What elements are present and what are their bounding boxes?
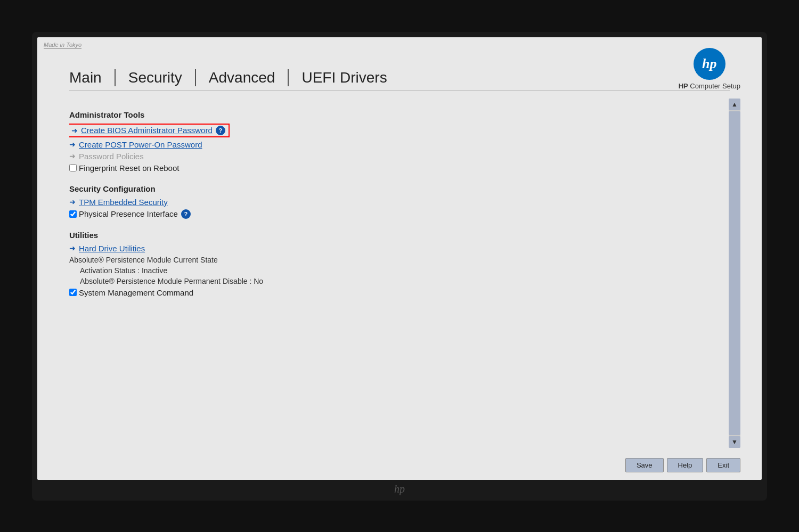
- tab-advanced[interactable]: Advanced: [196, 69, 289, 86]
- help-icon-physical[interactable]: ?: [181, 209, 191, 219]
- help-button[interactable]: Help: [667, 458, 704, 472]
- hp-subtitle: HP Computer Setup: [679, 82, 740, 90]
- system-management-item: System Management Command: [69, 288, 708, 297]
- watermark: Made in Tokyo: [44, 42, 81, 49]
- arrow-icon-post: ➜: [69, 140, 76, 149]
- scrollbar-track: ▲ ▼: [729, 99, 740, 448]
- fingerprint-reset-item: Fingerprint Reset on Reboot: [69, 163, 708, 173]
- system-management-checkbox[interactable]: [69, 289, 77, 296]
- bottom-buttons: Save Help Exit: [625, 458, 740, 472]
- section-security-config-header: Security Configuration: [69, 184, 708, 193]
- arrow-icon-tpm: ➜: [69, 198, 76, 206]
- activation-status-label: Activation Status : Inactive: [80, 266, 708, 275]
- tpm-embedded-label[interactable]: TPM Embedded Security: [79, 198, 168, 207]
- create-bios-password-item[interactable]: ➜ Create BIOS Administrator Password ?: [69, 124, 708, 137]
- hp-logo-icon: hp: [694, 48, 725, 80]
- bezel-hp-logo: hp: [394, 483, 405, 495]
- physical-presence-checkbox[interactable]: [69, 210, 77, 218]
- fingerprint-reset-label: Fingerprint Reset on Reboot: [79, 163, 179, 173]
- hard-drive-utilities-label[interactable]: Hard Drive Utilities: [79, 244, 145, 253]
- section-utilities-header: Utilities: [69, 231, 708, 240]
- arrow-icon-policies: ➜: [69, 152, 76, 160]
- section-administrator-tools-header: Administrator Tools: [69, 110, 708, 119]
- absolute-permanent-disable-label: Absolute® Persistence Module Permanent D…: [80, 277, 708, 285]
- help-icon-bios[interactable]: ?: [216, 126, 225, 135]
- tpm-embedded-security-item[interactable]: ➜ TPM Embedded Security: [69, 198, 708, 207]
- absolute-persistence-label: Absolute® Persistence Module Current Sta…: [69, 256, 708, 264]
- password-policies-item[interactable]: ➜ Password Policies: [69, 152, 708, 161]
- create-bios-password-label[interactable]: Create BIOS Administrator Password: [81, 126, 213, 135]
- hard-drive-utilities-item[interactable]: ➜ Hard Drive Utilities: [69, 244, 708, 253]
- password-policies-label[interactable]: Password Policies: [79, 152, 144, 161]
- nav-tabs: Main Security Advanced UEFI Drivers: [69, 69, 400, 86]
- arrow-icon-hd: ➜: [69, 244, 76, 252]
- exit-button[interactable]: Exit: [706, 458, 740, 472]
- tab-security[interactable]: Security: [116, 69, 196, 86]
- hp-logo-area: hp HP Computer Setup: [679, 48, 740, 90]
- content-area: Administrator Tools ➜ Create BIOS Admini…: [69, 99, 708, 448]
- fingerprint-reset-checkbox[interactable]: [69, 164, 77, 171]
- scrollbar-up[interactable]: ▲: [729, 99, 740, 110]
- tab-uefi-drivers[interactable]: UEFI Drivers: [289, 69, 399, 86]
- highlight-box: ➜ Create BIOS Administrator Password ?: [69, 124, 230, 137]
- system-management-label: System Management Command: [79, 288, 193, 297]
- monitor-bezel: Made in Tokyo hp HP Computer Setup Main …: [32, 32, 767, 501]
- create-post-password-item[interactable]: ➜ Create POST Power-On Password: [69, 140, 708, 149]
- create-post-password-label[interactable]: Create POST Power-On Password: [79, 140, 202, 149]
- nav-divider: [69, 91, 730, 91]
- physical-presence-label: Physical Presence Interface: [79, 209, 178, 218]
- scrollbar-down[interactable]: ▼: [729, 436, 740, 448]
- physical-presence-item: Physical Presence Interface ?: [69, 209, 708, 219]
- screen: Made in Tokyo hp HP Computer Setup Main …: [37, 37, 762, 480]
- save-button[interactable]: Save: [625, 458, 664, 472]
- tab-main[interactable]: Main: [69, 69, 116, 86]
- arrow-icon-bios: ➜: [71, 126, 78, 135]
- scrollbar-thumb[interactable]: [729, 111, 740, 435]
